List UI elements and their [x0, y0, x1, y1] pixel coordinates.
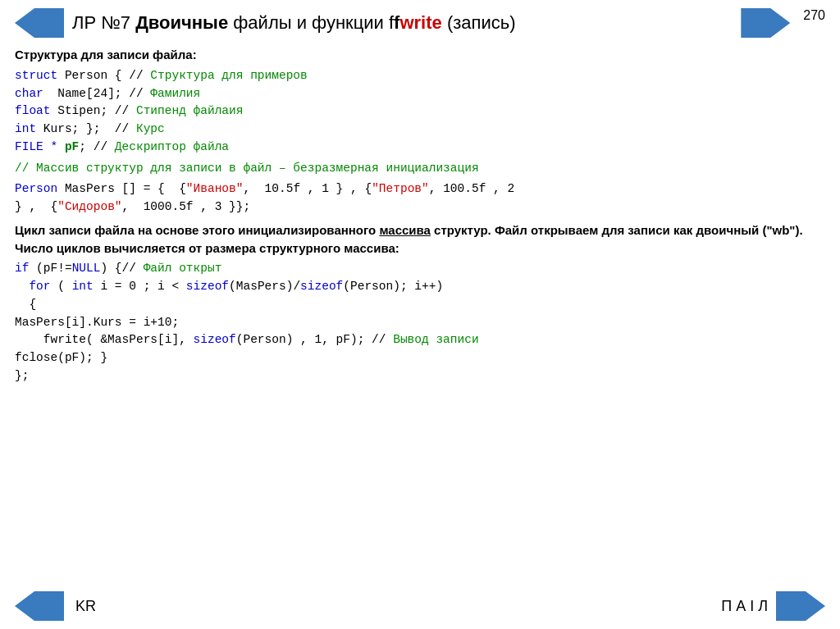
- page-title: ЛР №7 Двоичные файлы и функции ffwrite (…: [72, 12, 516, 34]
- title-mid: файлы и функции f: [228, 12, 394, 33]
- section1-label: Структура для записи файла:: [15, 46, 825, 64]
- code-block-3: if (pF!=NULL) {// Файл открыт for ( int …: [15, 260, 825, 385]
- kw-char: char: [15, 87, 43, 100]
- header-right: 270: [741, 8, 825, 38]
- code-line-4: int Kurs; }; // Курс: [15, 121, 825, 139]
- maspers-line-2: } , {"Сидоров", 1000.5f , 3 }};: [15, 198, 825, 217]
- code-line-2: char Name[24]; // Фамилия: [15, 85, 825, 103]
- code-line-3: float Stipen; // Стипенд файлаия: [15, 103, 825, 121]
- prev-arrow[interactable]: [15, 8, 64, 38]
- kw-int: int: [15, 122, 36, 135]
- fwrite-line: fwrite( &MasPers[i], sizeof(Person) , 1,…: [15, 331, 825, 349]
- maspers-kurs: MasPers[i].Kurs = i+10;: [15, 314, 825, 332]
- content-area: Структура для записи файла: struct Perso…: [15, 46, 825, 385]
- underline-massiva: массива: [379, 223, 431, 237]
- title-prefix: ЛР №7: [72, 12, 135, 33]
- header: ЛР №7 Двоичные файлы и функции ffwrite (…: [15, 8, 825, 38]
- code-block-2: Person MasPers [] = { {"Иванов", 10.5f ,…: [15, 180, 825, 217]
- page-number: 270: [803, 8, 825, 23]
- for-line: for ( int i = 0 ; i < sizeof(MasPers)/si…: [15, 278, 825, 296]
- code-block-1: struct Person { // Структура для примеро…: [15, 67, 825, 157]
- kw-float: float: [15, 104, 51, 117]
- code-line-1: struct Person { // Структура для примеро…: [15, 67, 825, 85]
- code-line-5: FILE * pF; // Дескриптор файла: [15, 139, 825, 157]
- maspers-line-1: Person MasPers [] = { {"Иванов", 10.5f ,…: [15, 180, 825, 198]
- page: ЛР №7 Двоичные файлы и функции ffwrite (…: [0, 0, 840, 629]
- fclose-line: fclose(pF); }: [15, 349, 825, 367]
- next-arrow-bottom[interactable]: [776, 591, 825, 621]
- prev-arrow-bottom[interactable]: [15, 591, 64, 621]
- nav-label: П А I Л: [721, 598, 768, 615]
- kw-struct: struct: [15, 69, 57, 82]
- kw-file: FILE *: [15, 140, 57, 153]
- desc-text: Цикл записи файла на основе этого инициа…: [15, 221, 825, 258]
- end-brace: };: [15, 367, 825, 385]
- title-bold: Двоичные: [135, 12, 228, 33]
- header-left: ЛР №7 Двоичные файлы и функции ffwrite (…: [15, 8, 516, 38]
- title-suffix: (запись): [442, 12, 516, 33]
- if-line: if (pF!=NULL) {// Файл открыт: [15, 260, 825, 278]
- brace-open: {: [15, 296, 825, 314]
- next-arrow-top[interactable]: [741, 8, 790, 38]
- footer: KR П А I Л: [0, 591, 840, 621]
- title-red: write: [399, 12, 441, 33]
- comment-line: // Массив структур для записи в файл – б…: [15, 160, 825, 178]
- kr-label: KR: [75, 598, 96, 615]
- footer-left: KR: [15, 591, 96, 621]
- footer-right: П А I Л: [721, 591, 825, 621]
